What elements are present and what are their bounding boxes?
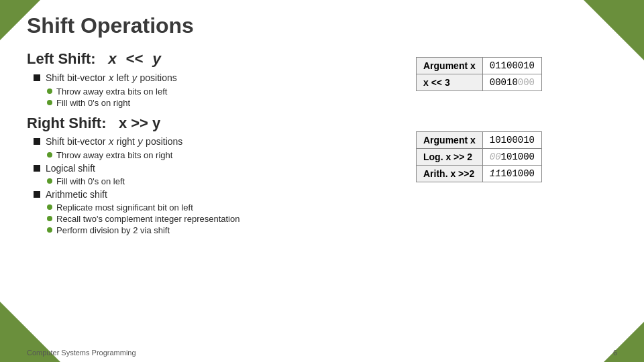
bullet-dot-icon: [47, 216, 52, 221]
logical-shift-bullet: Logical shift: [34, 163, 396, 174]
bullet-dot-icon: [47, 204, 52, 210]
table-row: Argument x 01100010: [417, 58, 542, 74]
right-shift-table: Argument x 10100010 Log. x >> 2 00101000…: [416, 131, 542, 182]
right-content: Argument x 01100010 x << 3 00010000 Argu…: [416, 50, 617, 239]
table-label: Log. x >> 2: [417, 149, 483, 166]
left-shift-sub1: Throw away extra bits on left: [47, 86, 396, 97]
table-row: x << 3 00010000: [417, 74, 542, 91]
left-shift-heading: Left Shift: x << y: [27, 50, 396, 68]
bullet-dot-icon: [47, 227, 52, 233]
footer: Computer Systems Programming 6: [27, 349, 617, 357]
arithmetic-shift-sub2: Recall two's complement integer represen…: [47, 214, 396, 224]
footer-right: 6: [613, 349, 617, 357]
table-value: 00010000: [482, 74, 541, 91]
bullet-dot-icon: [47, 178, 52, 184]
table-value: 11101000: [482, 166, 541, 182]
table-value: 00101000: [482, 149, 541, 166]
right-shift-heading: Right Shift: x >> y: [27, 115, 396, 132]
table-value: 10100010: [482, 132, 541, 149]
table-label: Arith. x >>2: [417, 166, 483, 182]
table-label: Argument x: [417, 58, 483, 74]
table-row: Log. x >> 2 00101000: [417, 149, 542, 166]
bullet-square-icon: [34, 138, 40, 145]
right-shift-bullet1: Shift bit-vector x right y positions: [34, 136, 396, 147]
table-row: Argument x 10100010: [417, 132, 542, 149]
left-shift-sub2: Fill with 0's on right: [47, 98, 396, 108]
table-label: Argument x: [417, 132, 483, 149]
left-shift-section: Left Shift: x << y Shift bit-vector x le…: [27, 50, 396, 108]
left-content: Left Shift: x << y Shift bit-vector x le…: [27, 50, 396, 239]
bullet-square-icon: [34, 74, 40, 81]
bullet-square-icon: [34, 191, 40, 198]
bullet-dot-icon: [47, 152, 52, 158]
left-shift-bullet1: Shift bit-vector x left y positions: [34, 72, 396, 84]
arithmetic-shift-bullet: Arithmetic shift: [34, 189, 396, 200]
bullet-dot-icon: [47, 100, 52, 105]
logical-shift-sub1: Fill with 0's on left: [47, 176, 396, 186]
arithmetic-shift-sub1: Replicate most significant bit on left: [47, 202, 396, 213]
table-row: Arith. x >>2 11101000: [417, 166, 542, 182]
table-label: x << 3: [417, 74, 483, 91]
slide-title: Shift Operations: [27, 13, 617, 38]
arithmetic-shift-sub3: Perform division by 2 via shift: [47, 225, 396, 235]
footer-left: Computer Systems Programming: [27, 349, 136, 357]
bullet-dot-icon: [47, 88, 52, 94]
right-shift-section: Right Shift: x >> y Shift bit-vector x r…: [27, 115, 396, 235]
right-shift-sub1: Throw away extra bits on right: [47, 150, 396, 160]
table-value: 01100010: [482, 58, 541, 74]
bullet-square-icon: [34, 165, 40, 172]
left-shift-table: Argument x 01100010 x << 3 00010000: [416, 57, 542, 91]
